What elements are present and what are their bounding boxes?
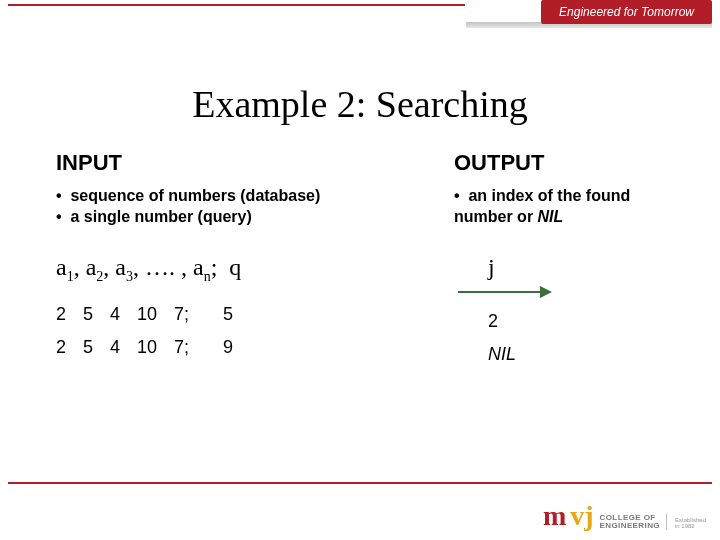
input-examples: 2 5 4 10 7; 5 2 5 4 10 7; 9 bbox=[56, 304, 376, 358]
formula-subn: n bbox=[204, 268, 211, 283]
slide-body: INPUT • sequence of numbers (database) •… bbox=[56, 150, 664, 365]
formula-sub1: 1 bbox=[67, 268, 74, 283]
slide-title: Example 2: Searching bbox=[0, 82, 720, 126]
footer-logo: mvj COLLEGE OF ENGINEERING Establishedin… bbox=[543, 502, 706, 530]
input-column: INPUT • sequence of numbers (database) •… bbox=[56, 150, 376, 365]
example-seq: 2 5 4 10 7; bbox=[56, 304, 189, 324]
formula-sub3: 3 bbox=[126, 268, 133, 283]
formula-q: q bbox=[229, 254, 241, 280]
output-heading: OUTPUT bbox=[454, 150, 664, 176]
output-result: NIL bbox=[488, 344, 664, 365]
footer-rule bbox=[8, 482, 712, 484]
logo-established: Establishedin 1982 bbox=[675, 517, 706, 530]
top-brand-bar: Engineered for Tomorrow bbox=[0, 0, 720, 30]
formula-a: a bbox=[115, 254, 126, 280]
example-row: 2 5 4 10 7; 9 bbox=[56, 337, 376, 358]
output-desc-nil: NIL bbox=[538, 208, 564, 225]
input-formula: a1, a2, a3, …. , an; q bbox=[56, 254, 376, 285]
arrow-icon bbox=[454, 285, 664, 299]
formula-sep: ; bbox=[211, 254, 218, 280]
input-desc-1: sequence of numbers (database) bbox=[70, 187, 320, 204]
formula-sub2: 2 bbox=[96, 268, 103, 283]
formula-dots: , …. , bbox=[133, 254, 193, 280]
formula-a: a bbox=[86, 254, 97, 280]
output-desc-line1: an index of the found bbox=[468, 187, 630, 204]
logo-text: COLLEGE OF ENGINEERING bbox=[600, 514, 667, 530]
output-values: 2 NIL bbox=[454, 311, 664, 365]
bullet-icon: • bbox=[56, 186, 66, 207]
output-description: • an index of the found number or NIL bbox=[454, 186, 664, 228]
output-desc-line2: number or bbox=[454, 208, 538, 225]
logo-letter-vj: vj bbox=[570, 502, 593, 530]
brand-rule bbox=[8, 4, 465, 6]
input-heading: INPUT bbox=[56, 150, 376, 176]
output-result: 2 bbox=[488, 311, 664, 332]
formula-a: a bbox=[56, 254, 67, 280]
logo-text-line2: ENGINEERING bbox=[600, 522, 660, 530]
bullet-icon: • bbox=[454, 186, 464, 207]
logo-letter-m: m bbox=[543, 502, 566, 530]
example-q: 5 bbox=[223, 304, 233, 324]
output-column: OUTPUT • an index of the found number or… bbox=[454, 150, 664, 365]
example-q: 9 bbox=[223, 337, 233, 357]
bullet-icon: • bbox=[56, 207, 66, 228]
example-row: 2 5 4 10 7; 5 bbox=[56, 304, 376, 325]
brand-tagline: Engineered for Tomorrow bbox=[541, 0, 712, 24]
formula-a: a bbox=[193, 254, 204, 280]
output-j: j bbox=[488, 254, 664, 281]
input-description: • sequence of numbers (database) • a sin… bbox=[56, 186, 376, 228]
input-desc-2: a single number (query) bbox=[70, 208, 251, 225]
example-seq: 2 5 4 10 7; bbox=[56, 337, 189, 357]
